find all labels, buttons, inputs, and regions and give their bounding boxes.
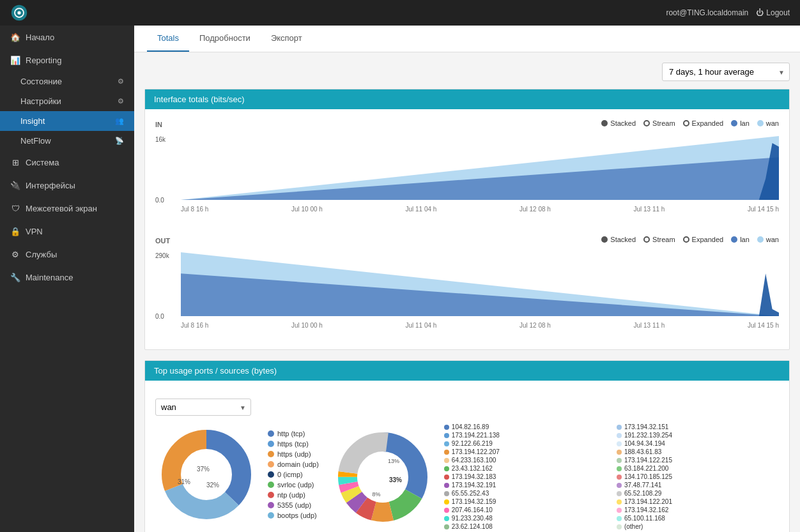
maintenance-icon: 🔧 bbox=[10, 272, 20, 282]
out-chart-section: OUT Stacked Stream bbox=[155, 236, 779, 329]
sidebar-item-home[interactable]: 🏠 Начало bbox=[0, 26, 134, 49]
in-yaxis-zero: 0.0 bbox=[155, 197, 164, 204]
navbar: root@TING.localdomain ⏻ Logout bbox=[0, 0, 800, 26]
tab-totals[interactable]: Totals bbox=[147, 26, 189, 52]
svg-text:37%: 37% bbox=[197, 466, 210, 473]
svg-text:13%: 13% bbox=[388, 458, 399, 464]
legend-wan: wan bbox=[757, 119, 779, 127]
sidebar-item-interfaces[interactable]: 🔌 Интерфейсы bbox=[0, 174, 134, 197]
svg-marker-7 bbox=[181, 273, 779, 316]
sidebar-item-system[interactable]: ⊞ Система bbox=[0, 151, 134, 174]
ip-pie-chart[interactable]: 13% 33% 8% bbox=[332, 426, 434, 528]
ntp-dot bbox=[268, 492, 274, 498]
out-xaxis: Jul 8 16 h Jul 10 00 h Jul 11 04 h Jul 1… bbox=[181, 322, 779, 329]
top-usage-panel: Top usage ports / sources (bytes) wan la… bbox=[144, 360, 790, 532]
svg-text:32%: 32% bbox=[206, 482, 219, 489]
sidebar-sub-settings[interactable]: Настройки ⚙ bbox=[0, 91, 134, 111]
services-icon: ⚙ bbox=[10, 249, 20, 259]
in-yaxis-max: 16k bbox=[155, 136, 165, 143]
out-yaxis-max: 290k bbox=[155, 252, 169, 259]
svg-point-2 bbox=[17, 11, 20, 14]
legend-stream[interactable]: Stream bbox=[643, 119, 675, 127]
system-icon: ⊞ bbox=[10, 157, 20, 167]
bootps-dot bbox=[268, 512, 274, 519]
charts-row: 37% 32% 31% http (tcp) bbox=[155, 423, 779, 530]
settings-icon: ⚙ bbox=[118, 97, 124, 105]
netflow-icon: 📡 bbox=[115, 137, 124, 145]
sidebar-item-reporting[interactable]: 📊 Reporting bbox=[0, 49, 134, 72]
firewall-icon: 🛡 bbox=[10, 203, 20, 213]
out-label: OUT bbox=[155, 237, 170, 245]
domain-udp-dot bbox=[268, 461, 274, 467]
tabs-bar: Totals Подробности Экспорт bbox=[134, 26, 800, 52]
ip-pie-svg: 13% 33% 8% bbox=[332, 426, 434, 528]
interface-filter-wrap[interactable]: wan lan bbox=[155, 399, 251, 416]
svrloc-dot bbox=[268, 482, 274, 488]
reporting-icon: 📊 bbox=[10, 55, 20, 65]
time-filter-select[interactable]: 7 days, 1 hour average 1 hour, 1 min ave… bbox=[662, 63, 790, 81]
tab-export[interactable]: Экспорт bbox=[261, 26, 312, 52]
https-tcp-dot bbox=[268, 441, 274, 447]
top-usage-body: wan lan bbox=[145, 381, 789, 532]
in-chart-container: 16k 0.0 bbox=[155, 136, 779, 213]
top-usage-header: Top usage ports / sources (bytes) bbox=[145, 361, 789, 381]
time-filter-wrap[interactable]: 7 days, 1 hour average 1 hour, 1 min ave… bbox=[662, 63, 790, 81]
legend-https-tcp: https (tcp) bbox=[268, 440, 319, 448]
sidebar-item-firewall[interactable]: 🛡 Межсетевой экран bbox=[0, 197, 134, 220]
ports-section: 37% 32% 31% http (tcp) bbox=[155, 423, 319, 526]
brand-icon bbox=[10, 4, 28, 22]
usage-filter: wan lan bbox=[155, 399, 779, 416]
out-chart-area bbox=[181, 252, 779, 316]
sidebar-item-services[interactable]: ⚙ Службы bbox=[0, 243, 134, 266]
interface-filter-select[interactable]: wan lan bbox=[155, 399, 251, 416]
svg-text:33%: 33% bbox=[389, 476, 402, 483]
filter-bar: 7 days, 1 hour average 1 hour, 1 min ave… bbox=[144, 63, 790, 81]
legend-http-tcp: http (tcp) bbox=[268, 430, 319, 437]
ports-pie-svg: 37% 32% 31% bbox=[155, 423, 258, 526]
legend-lan: lan bbox=[731, 119, 750, 127]
legend-https-udp: https (udp) bbox=[268, 450, 319, 458]
ports-pie-chart[interactable]: 37% 32% 31% bbox=[155, 423, 258, 526]
home-icon: 🏠 bbox=[10, 32, 20, 42]
sidebar-item-maintenance[interactable]: 🔧 Maintenance bbox=[0, 266, 134, 289]
status-settings-icon: ⚙ bbox=[118, 77, 124, 86]
5355-dot bbox=[268, 502, 274, 508]
legend-domain-udp: domain (udp) bbox=[268, 460, 319, 468]
sidebar-sub-insight[interactable]: Insight 👥 bbox=[0, 111, 134, 131]
ip-section: 13% 33% 8% 104.82.16.89 173.194.32.151 1… bbox=[332, 423, 779, 530]
in-label: IN bbox=[155, 121, 162, 128]
legend-5355: 5355 (udp) bbox=[268, 501, 319, 509]
out-legend-lan: lan bbox=[731, 236, 750, 243]
http-tcp-dot bbox=[268, 430, 274, 437]
out-legend-expanded[interactable]: Expanded bbox=[683, 236, 724, 243]
sidebar-sub-netflow[interactable]: NetFlow 📡 bbox=[0, 131, 134, 151]
out-legend-stream[interactable]: Stream bbox=[643, 236, 675, 243]
interface-panel-body: IN Stacked Stream bbox=[145, 109, 789, 349]
sidebar-item-vpn[interactable]: 🔒 VPN bbox=[0, 220, 134, 243]
main-content: Totals Подробности Экспорт 7 days, 1 hou… bbox=[134, 26, 800, 532]
content-body: 7 days, 1 hour average 1 hour, 1 min ave… bbox=[134, 52, 800, 532]
legend-expanded[interactable]: Expanded bbox=[683, 119, 724, 127]
navbar-user: root@TING.localdomain bbox=[666, 8, 748, 17]
svg-text:8%: 8% bbox=[372, 491, 380, 498]
legend-ntp: ntp (udp) bbox=[268, 491, 319, 499]
in-chart-legend: Stacked Stream Expanded bbox=[601, 119, 779, 127]
interface-totals-panel: Interface totals (bits/sec) IN Stacked bbox=[144, 89, 790, 350]
in-xaxis: Jul 8 16 h Jul 10 00 h Jul 11 04 h Jul 1… bbox=[181, 206, 779, 213]
legend-bootps: bootps (udp) bbox=[268, 512, 319, 519]
out-chart-legend: Stacked Stream Expanded bbox=[601, 236, 779, 243]
brand bbox=[10, 4, 28, 22]
tab-details[interactable]: Подробности bbox=[189, 26, 261, 52]
svg-marker-8 bbox=[759, 273, 779, 316]
logout-icon: ⏻ bbox=[756, 8, 764, 17]
in-chart-section: IN Stacked Stream bbox=[155, 119, 779, 213]
legend-svrloc: svrloc (udp) bbox=[268, 481, 319, 489]
out-yaxis-zero: 0.0 bbox=[155, 313, 164, 320]
out-legend-stacked[interactable]: Stacked bbox=[601, 236, 636, 243]
interfaces-icon: 🔌 bbox=[10, 180, 20, 190]
in-chart-area bbox=[181, 136, 779, 200]
ip-legend: 104.82.16.89 173.194.32.151 173.194.221.… bbox=[444, 423, 779, 530]
logout-button[interactable]: ⏻ Logout bbox=[756, 8, 790, 17]
sidebar-sub-status[interactable]: Состояние ⚙ bbox=[0, 72, 134, 91]
legend-stacked[interactable]: Stacked bbox=[601, 119, 636, 127]
